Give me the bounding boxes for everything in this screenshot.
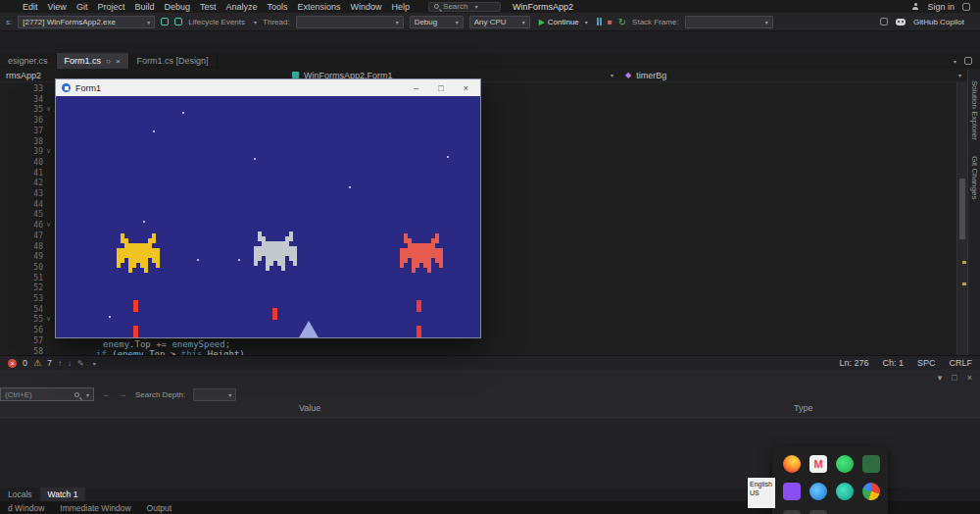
fold-chevron-icon[interactable]: ∨ (46, 105, 51, 113)
fold-chevron-icon[interactable]: ∨ (46, 147, 51, 155)
float-window-icon[interactable] (964, 57, 972, 65)
close-tab-icon[interactable]: × (116, 57, 121, 66)
editor-scrollbar[interactable] (956, 82, 967, 355)
arrow-up-icon[interactable]: ↑ (58, 359, 62, 368)
rail-tab-git-changes[interactable]: Git Changes (970, 156, 979, 199)
chrome-icon[interactable] (862, 483, 880, 500)
break-all-icon[interactable] (597, 18, 602, 26)
maximize-button[interactable]: □ (438, 83, 443, 93)
github-copilot-button[interactable]: GitHub Copilot (913, 18, 964, 26)
error-count[interactable]: 0 (23, 358, 27, 368)
menu-git[interactable]: Git (72, 2, 93, 12)
tab-watch-1[interactable]: Watch 1 (40, 488, 86, 501)
warning-icon[interactable]: ⚠ (33, 358, 41, 368)
line-number: 43 (0, 189, 43, 198)
breadcrumb-member[interactable]: ◆ timerBg ▾ (619, 69, 967, 81)
arrow-down-icon[interactable]: ↓ (68, 359, 72, 368)
scrollbar-thumb[interactable] (959, 179, 965, 239)
menu-debug[interactable]: Debug (159, 2, 195, 12)
type-column-header[interactable]: Type (794, 403, 813, 413)
menu-project[interactable]: Project (92, 2, 129, 12)
window-layout-icon[interactable] (174, 18, 182, 26)
panel-position-icon[interactable]: ▾ (938, 373, 943, 383)
green-app-icon[interactable] (862, 455, 880, 473)
tab-locals[interactable]: Locals (0, 488, 40, 501)
blue-app-icon[interactable] (809, 483, 827, 500)
error-icon[interactable]: × (8, 359, 17, 368)
tab-esigner-cs[interactable]: esigner.cs (0, 53, 57, 69)
eol-indicator[interactable]: CRLF (949, 358, 972, 368)
panel-controls: ▾ □ × (938, 373, 972, 383)
pen-icon[interactable]: ✎ (77, 359, 84, 368)
titlebar-right: Sign in (911, 2, 980, 12)
dark-app-icon-2[interactable] (809, 510, 827, 514)
menu-help[interactable]: Help (387, 2, 416, 12)
search-next-icon[interactable]: → (119, 389, 127, 399)
menu-analyze[interactable]: Analyze (220, 2, 262, 12)
lifecycle-events-button[interactable]: Lifecycle Events (188, 18, 245, 26)
pin-panel-icon[interactable]: □ (952, 373, 956, 383)
tab-form1-cs-design[interactable]: Form1.cs [Design] (129, 53, 218, 69)
close-button[interactable]: × (464, 83, 468, 93)
menu-build[interactable]: Build (129, 2, 159, 12)
search-prev-icon[interactable]: ← (102, 389, 111, 399)
fold-chevron-icon[interactable]: ∨ (46, 221, 51, 229)
purple-app-icon[interactable] (783, 483, 801, 500)
star (143, 221, 145, 223)
gmail-icon[interactable]: M (809, 455, 827, 473)
tab-form1-cs[interactable]: Form1.cs○× (57, 53, 129, 69)
continue-button[interactable]: ▶ Continue ▾ (536, 18, 591, 26)
rail-tab-solution-explorer[interactable]: Solution Explorer (970, 80, 979, 140)
notification-icon[interactable] (962, 3, 970, 11)
platform-combo[interactable]: Any CPU ▾ (469, 16, 530, 28)
teal-app-icon[interactable] (836, 483, 854, 500)
restart-icon[interactable]: ↻ (618, 17, 626, 27)
configuration-combo[interactable]: Debug ▾ (410, 16, 464, 28)
bookmark-icon[interactable] (880, 18, 888, 26)
tab-immediate-window[interactable]: Immediate Window (52, 501, 138, 514)
spaces-indicator[interactable]: SPC (917, 358, 936, 368)
search-depth-combo[interactable]: ▾ (193, 388, 236, 401)
menu-window[interactable]: Window (346, 2, 387, 12)
menu-view[interactable]: View (43, 2, 72, 12)
sign-in-button[interactable]: Sign in (927, 2, 955, 12)
firefox-icon[interactable] (783, 455, 801, 473)
menu-edit[interactable]: Edit (18, 2, 43, 12)
enemy-ship-yellow (117, 233, 121, 238)
menu-tools[interactable]: Tools (263, 2, 293, 12)
tab-output[interactable]: Output (139, 501, 180, 514)
window-layout-icon[interactable] (161, 18, 169, 26)
chevron-down-icon: ▾ (958, 72, 961, 78)
pin-icon[interactable]: ○ (106, 57, 111, 66)
menu-test[interactable]: Test (195, 2, 221, 12)
dark-app-icon-1[interactable] (783, 510, 801, 514)
form-icon (62, 83, 71, 92)
menu-extensions[interactable]: Extensions (293, 2, 346, 12)
form1-titlebar[interactable]: Form1 – □ × (56, 79, 480, 96)
stack-frame-combo[interactable]: ▾ (685, 16, 773, 28)
form1-window: Form1 – □ × (55, 78, 481, 338)
stop-debugging-icon[interactable]: ■ (608, 18, 612, 26)
close-panel-icon[interactable]: × (967, 373, 972, 383)
thread-combo[interactable]: ▾ (296, 16, 404, 28)
document-list-icon[interactable]: ▾ (954, 58, 956, 65)
language-indicator[interactable]: English US (748, 478, 775, 508)
tab-d-window[interactable]: d Window (0, 501, 52, 514)
watch-search-input[interactable]: (Ctrl+E) ▾ (0, 387, 94, 401)
method-icon: ◆ (625, 71, 631, 79)
chevron-down-icon: ▾ (456, 19, 459, 26)
whatsapp-icon[interactable] (836, 455, 854, 473)
fold-chevron-icon[interactable]: ∨ (46, 315, 51, 323)
code-line: enemy.Top += enemySpeed; (103, 339, 230, 349)
line-number: 40 (0, 158, 43, 167)
warning-count[interactable]: 7 (47, 358, 52, 368)
line-number: 50 (0, 263, 43, 272)
value-column-header[interactable]: Value (299, 403, 320, 413)
global-search[interactable]: Search ▾ (428, 2, 501, 12)
process-combo[interactable]: [2772] WinFormsApp2.exe ▾ (18, 16, 155, 28)
code-token: enemy (103, 339, 129, 349)
line-number: 33 (0, 84, 43, 93)
minimize-button[interactable]: – (414, 83, 418, 93)
search-label: Search (443, 2, 467, 11)
scrollbar-mark (962, 261, 966, 264)
